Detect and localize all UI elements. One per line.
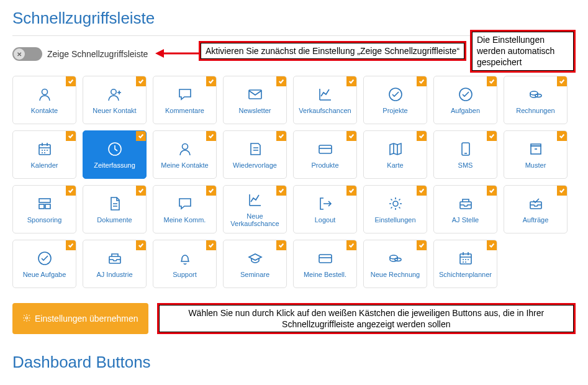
person-icon bbox=[37, 86, 53, 103]
tile-checkbox[interactable] bbox=[276, 186, 286, 196]
tile-checkbox[interactable] bbox=[276, 240, 286, 250]
tile-label: Support bbox=[171, 271, 198, 278]
tile-checkbox[interactable] bbox=[136, 76, 146, 86]
tile-checkbox[interactable] bbox=[346, 240, 356, 250]
tile-kommentare[interactable]: Kommentare bbox=[153, 76, 217, 124]
tile-newsletter[interactable]: Newsletter bbox=[223, 76, 287, 124]
clock-icon bbox=[107, 140, 123, 158]
tile-checkbox[interactable] bbox=[206, 186, 216, 196]
tile-meine-komm-[interactable]: Meine Komm. bbox=[153, 185, 217, 233]
calendar-icon bbox=[458, 250, 474, 267]
svg-rect-12 bbox=[319, 145, 332, 153]
tile-aj-industrie[interactable]: AJ Industrie bbox=[83, 240, 147, 288]
subtitle-dashboard: Dashboard Buttons bbox=[12, 353, 576, 372]
annotation-select: Wählen Sie nun durch Klick auf den weiße… bbox=[157, 303, 576, 334]
tile-checkbox[interactable] bbox=[557, 76, 567, 86]
tile-aufgaben[interactable]: Aufgaben bbox=[433, 76, 497, 124]
tile-seminare[interactable]: Seminare bbox=[223, 240, 287, 288]
coins-icon bbox=[528, 86, 544, 103]
svg-point-8 bbox=[535, 94, 541, 97]
tile-checkbox[interactable] bbox=[417, 186, 427, 196]
tile-kontakte[interactable]: Kontakte bbox=[12, 76, 76, 124]
arrow-icon bbox=[155, 47, 199, 60]
tile-checkbox[interactable] bbox=[417, 76, 427, 86]
coins-icon bbox=[387, 250, 404, 267]
tile-checkbox[interactable] bbox=[487, 240, 497, 250]
tile-rechnungen[interactable]: Rechnungen bbox=[504, 76, 568, 124]
tile-sms[interactable]: SMS bbox=[433, 130, 497, 179]
tile-neue-rechnung[interactable]: Neue Rechnung bbox=[363, 240, 427, 288]
comment-icon bbox=[177, 86, 193, 103]
tile-label: Aufgaben bbox=[450, 107, 481, 114]
tile-checkbox[interactable] bbox=[66, 76, 76, 86]
tile-checkbox[interactable] bbox=[276, 76, 286, 86]
tile-checkbox[interactable] bbox=[557, 131, 567, 141]
toggle-label: Zeige Schnellzugriffsleiste bbox=[47, 49, 148, 59]
tile-support[interactable]: Support bbox=[153, 240, 217, 288]
svg-rect-18 bbox=[45, 204, 50, 209]
tile-checkbox[interactable] bbox=[487, 131, 497, 141]
annotation-activate: Aktivieren Sie zunächst die Einstellung … bbox=[199, 41, 466, 61]
tile-label: Karte bbox=[386, 161, 404, 169]
tile-einstellungen[interactable]: Einstellungen bbox=[363, 185, 427, 233]
tile-checkbox[interactable] bbox=[136, 186, 146, 196]
tile-checkbox[interactable] bbox=[487, 186, 497, 196]
tile-checkbox[interactable] bbox=[66, 186, 76, 196]
tile-muster[interactable]: Muster bbox=[504, 130, 568, 179]
tile-label: Verkaufschancen bbox=[297, 107, 352, 114]
tile-checkbox[interactable] bbox=[487, 76, 497, 86]
tile-neue-verkaufschance[interactable]: Neue Verkaufschance bbox=[223, 185, 287, 233]
tile-dokumente[interactable]: Dokumente bbox=[83, 185, 147, 233]
tile-kalender[interactable]: Kalender bbox=[12, 130, 76, 179]
card-icon bbox=[317, 250, 333, 267]
tile-neue-aufgabe[interactable]: Neue Aufgabe bbox=[12, 240, 76, 288]
tile-checkbox[interactable] bbox=[136, 240, 146, 250]
gear-icon bbox=[387, 195, 404, 212]
tile-label: Aufträge bbox=[522, 216, 550, 224]
tile-zeiterfassung[interactable]: Zeiterfassung bbox=[83, 130, 147, 179]
chart-icon bbox=[317, 86, 333, 103]
tile-checkbox[interactable] bbox=[66, 240, 76, 250]
check-circle-icon bbox=[458, 86, 474, 103]
tile-checkbox[interactable] bbox=[557, 186, 567, 196]
tile-grid: KontakteNeuer KontaktKommentareNewslette… bbox=[12, 76, 576, 288]
tile-logout[interactable]: Logout bbox=[293, 185, 357, 233]
show-quickaccess-toggle[interactable]: ✕ bbox=[12, 47, 42, 61]
tile-karte[interactable]: Karte bbox=[363, 130, 427, 179]
tile-label: Kalender bbox=[29, 161, 59, 169]
tile-label: Meine Komm. bbox=[163, 216, 207, 224]
tile-checkbox[interactable] bbox=[346, 186, 356, 196]
tile-checkbox[interactable] bbox=[206, 240, 216, 250]
tile-wiedervorlage[interactable]: Wiedervorlage bbox=[223, 130, 287, 179]
tile-produkte[interactable]: Produkte bbox=[293, 130, 357, 179]
phone-icon bbox=[458, 140, 474, 158]
tile-checkbox[interactable] bbox=[417, 240, 427, 250]
tile-meine-kontakte[interactable]: Meine Kontakte bbox=[153, 130, 217, 179]
tile-label: Projekte bbox=[381, 107, 409, 114]
tile-neuer-kontakt[interactable]: Neuer Kontakt bbox=[83, 76, 147, 124]
gear-icon bbox=[22, 314, 31, 324]
apply-settings-button[interactable]: Einstellungen übernehmen bbox=[12, 303, 148, 334]
tile-label: Zeiterfassung bbox=[93, 161, 137, 169]
tile-checkbox[interactable] bbox=[346, 131, 356, 141]
tile-checkbox[interactable] bbox=[66, 131, 76, 141]
svg-rect-17 bbox=[39, 204, 44, 209]
tile-checkbox[interactable] bbox=[206, 131, 216, 141]
tile-checkbox[interactable] bbox=[276, 131, 286, 141]
tile-label: Schichtenplanner bbox=[438, 271, 493, 278]
tile-checkbox[interactable] bbox=[346, 76, 356, 86]
tile-auftr-ge[interactable]: Aufträge bbox=[504, 185, 568, 233]
tile-sponsoring[interactable]: Sponsoring bbox=[12, 185, 76, 233]
tile-label: Seminare bbox=[239, 271, 271, 278]
tile-aj-stelle[interactable]: AJ Stelle bbox=[433, 185, 497, 233]
tile-checkbox[interactable] bbox=[206, 76, 216, 86]
card-icon bbox=[317, 140, 333, 158]
tile-checkbox[interactable] bbox=[136, 131, 146, 141]
tile-meine-bestell-[interactable]: Meine Bestell. bbox=[293, 240, 357, 288]
tile-projekte[interactable]: Projekte bbox=[363, 76, 427, 124]
svg-point-2 bbox=[42, 89, 47, 94]
tile-checkbox[interactable] bbox=[417, 131, 427, 141]
tile-verkaufschancen[interactable]: Verkaufschancen bbox=[293, 76, 357, 124]
annotation-autosave: Die Einstellungen werden automatisch ges… bbox=[470, 30, 576, 73]
tile-schichtenplanner[interactable]: Schichtenplanner bbox=[433, 240, 497, 288]
